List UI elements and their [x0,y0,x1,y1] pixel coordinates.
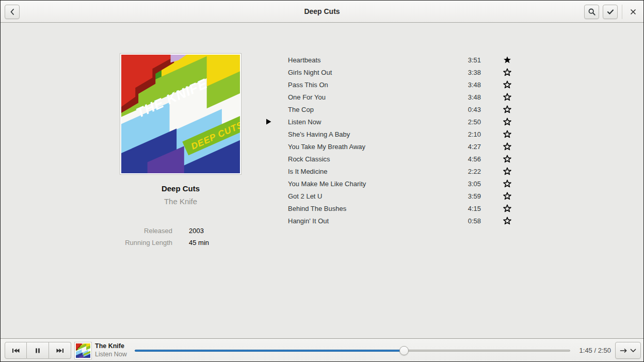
play-indicator-slot [261,217,288,224]
track-row[interactable]: The Cop0:43 [261,103,518,116]
play-indicator-slot [261,69,288,76]
player-bar: The Knife Listen Now 1:45 / 2:50 [1,338,643,361]
close-icon [630,8,637,15]
play-indicator-slot [261,130,288,138]
now-playing-info: The Knife Listen Now [95,342,127,358]
music-app-window: Deep Cuts Deep Cuts The Kn [0,0,644,362]
track-row[interactable]: You Make Me Like Charity3:05 [261,177,518,190]
play-indicator-slot [261,81,288,88]
close-button[interactable] [625,5,640,19]
running-length-label: Running Length [83,239,172,246]
track-duration: 0:58 [450,217,481,225]
play-indicator-slot [261,93,288,101]
track-title: Behind The Bushes [288,205,450,212]
album-title: Deep Cuts [120,184,242,193]
track-duration: 2:22 [450,168,481,175]
track-list: Heartbeats3:51Girls Night Out3:38Pass Th… [261,54,518,227]
track-row[interactable]: She's Having A Baby2:10 [261,128,518,140]
track-row[interactable]: Girls Night Out3:38 [261,66,518,78]
search-icon [588,8,596,16]
album-art [120,53,242,175]
next-button[interactable] [49,342,71,359]
favorite-star-icon-outline[interactable] [497,80,518,89]
track-row[interactable]: Heartbeats3:51 [261,54,518,66]
track-title: Is It Medicine [288,168,450,175]
repeat-mode-button[interactable] [615,342,641,359]
track-duration: 3:38 [450,69,481,76]
track-title: Hangin' It Out [288,217,450,225]
favorite-star-icon-outline[interactable] [497,167,518,175]
now-playing-indicator-icon [261,118,288,125]
favorite-star-icon-outline[interactable] [497,118,518,126]
play-indicator-slot [261,106,288,113]
running-length-value: 45 min [189,239,253,246]
track-title: One For You [288,93,450,101]
now-playing-artist: The Knife [95,342,127,350]
header-separator [622,5,622,19]
checkmark-icon [606,8,615,16]
back-button[interactable] [5,5,20,19]
skip-backward-icon [11,347,20,355]
previous-button[interactable] [5,342,27,359]
track-title: You Make Me Like Charity [288,180,450,188]
chevron-left-icon [8,8,17,16]
skip-forward-icon [56,347,65,355]
arrow-right-icon [620,347,627,354]
seek-progress-fill [135,350,404,352]
seek-handle[interactable] [399,346,409,355]
play-indicator-slot [261,56,288,63]
favorite-star-icon-outline[interactable] [497,204,518,212]
track-duration: 2:10 [450,130,481,138]
track-duration: 3:51 [450,56,481,64]
favorite-star-icon-outline[interactable] [497,179,518,188]
header-bar: Deep Cuts [1,1,643,23]
play-indicator-slot [261,180,288,187]
released-value: 2003 [189,227,253,235]
track-title: Listen Now [288,118,450,126]
track-title: Heartbeats [288,56,450,64]
playback-controls [5,342,71,359]
track-duration: 4:15 [450,205,481,212]
track-duration: 3:48 [450,81,481,89]
track-title: Pass This On [288,81,450,89]
track-duration: 3:59 [450,192,481,200]
track-title: Girls Night Out [288,69,450,76]
track-row[interactable]: Hangin' It Out0:58 [261,215,518,227]
track-duration: 0:43 [450,106,481,113]
favorite-star-icon-outline[interactable] [497,68,518,76]
now-playing-track: Listen Now [95,350,127,358]
track-duration: 4:56 [450,155,481,163]
favorite-star-icon-outline[interactable] [497,130,518,138]
track-row[interactable]: Pass This On3:48 [261,78,518,91]
search-button[interactable] [584,5,599,19]
pause-button[interactable] [27,342,49,359]
track-row[interactable]: Behind The Bushes4:15 [261,202,518,215]
select-button[interactable] [603,5,618,19]
favorite-star-icon-outline[interactable] [497,105,518,113]
favorite-star-icon-outline[interactable] [497,142,518,151]
track-row[interactable]: One For You3:48 [261,91,518,103]
track-duration: 2:50 [450,118,481,126]
track-row[interactable]: Rock Classics4:56 [261,153,518,165]
time-display: 1:45 / 2:50 [579,339,611,362]
seek-slider[interactable] [135,342,570,359]
chevron-down-icon [630,348,636,353]
pause-icon [34,347,42,355]
track-duration: 4:27 [450,143,481,151]
play-indicator-slot [261,168,288,175]
favorite-star-icon-outline[interactable] [497,155,518,163]
track-row[interactable]: Is It Medicine2:22 [261,165,518,177]
track-row[interactable]: You Take My Breath Away4:27 [261,140,518,153]
favorite-star-icon-filled[interactable] [497,56,518,64]
track-row[interactable]: Listen Now2:50 [261,116,518,128]
favorite-star-icon-outline[interactable] [497,93,518,101]
favorite-star-icon-outline[interactable] [497,192,518,200]
favorite-star-icon-outline[interactable] [497,217,518,225]
album-artist: The Knife [120,197,242,206]
released-label: Released [83,227,172,235]
play-indicator-slot [261,192,288,200]
track-duration: 3:48 [450,93,481,101]
track-row[interactable]: Got 2 Let U3:59 [261,190,518,202]
track-title: Got 2 Let U [288,192,450,200]
track-title: She's Having A Baby [288,130,450,138]
